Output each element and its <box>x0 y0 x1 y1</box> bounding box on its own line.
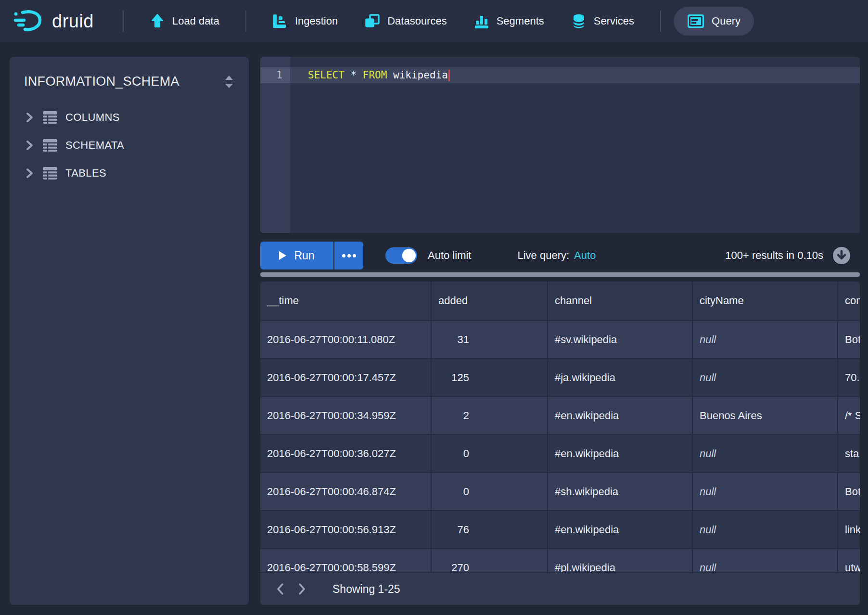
cell-channel[interactable]: #ja.wikipedia <box>548 359 693 396</box>
cell-cityName[interactable]: null <box>693 511 838 548</box>
nav-item-ingestion[interactable]: Ingestion <box>259 7 351 36</box>
nav-item-label: Datasources <box>387 15 447 27</box>
cell-added[interactable]: 31 <box>432 321 548 358</box>
cell-added[interactable]: 76 <box>432 511 548 548</box>
schema-tree: COLUMNS SCHEMATA <box>10 103 249 187</box>
results-header-row: __timeaddedchannelcityNamecomment <box>260 282 860 321</box>
nav-item-segments[interactable]: Segments <box>460 7 558 36</box>
toggle-knob <box>402 249 416 262</box>
run-button-label: Run <box>294 249 314 262</box>
run-more-options-button[interactable] <box>334 242 363 269</box>
column-header-added[interactable]: added <box>432 282 548 320</box>
table-row: 2016-06-27T00:00:17.457Z125#ja.wikipedia… <box>260 359 860 397</box>
cell-comment[interactable]: /* S <box>838 397 860 434</box>
table-icon <box>42 111 58 124</box>
nav-item-label: Ingestion <box>295 15 338 27</box>
cell-__time[interactable]: 2016-06-27T00:00:56.913Z <box>260 511 432 548</box>
tree-item-tables[interactable]: TABLES <box>10 159 249 187</box>
table-row: 2016-06-27T00:00:56.913Z76#en.wikipedian… <box>260 511 860 549</box>
results-table-panel: __timeaddedchannelcityNamecomment 2016-0… <box>260 282 860 605</box>
nav-item-query[interactable]: Query <box>674 7 754 36</box>
cell-comment[interactable]: Bot <box>838 321 860 358</box>
cell-comment[interactable]: sta <box>838 435 860 472</box>
live-query-value[interactable]: Auto <box>574 249 596 262</box>
double-caret-icon <box>223 75 235 89</box>
druid-brand[interactable]: druid <box>13 9 94 33</box>
horizontal-scrollbar[interactable] <box>260 272 860 277</box>
schema-explorer-panel: INFORMATION_SCHEMA COLUMNS <box>10 57 249 605</box>
run-controls-bar: Run Auto limit Live query: Auto 100+ res… <box>260 241 860 270</box>
nav-item-label: Services <box>594 15 634 27</box>
column-header-cityName[interactable]: cityName <box>693 282 838 320</box>
cell-channel[interactable]: #en.wikipedia <box>548 511 693 548</box>
ingestion-chart-icon <box>272 13 288 29</box>
play-icon <box>279 251 286 260</box>
schema-title: INFORMATION_SCHEMA <box>24 74 179 89</box>
cell-channel[interactable]: #sv.wikipedia <box>548 321 693 358</box>
cell-cityName[interactable]: null <box>693 321 838 358</box>
table-row: 2016-06-27T00:00:36.027Z0#en.wikipedianu… <box>260 435 860 473</box>
cell-__time[interactable]: 2016-06-27T00:00:11.080Z <box>260 321 432 358</box>
cell-added[interactable]: 0 <box>432 473 548 510</box>
cell-cityName[interactable]: Buenos Aires <box>693 397 838 434</box>
cell-__time[interactable]: 2016-06-27T00:00:34.959Z <box>260 397 432 434</box>
pagination-bar: Showing 1-25 <box>260 572 860 605</box>
segments-bars-icon <box>474 13 489 29</box>
table-row: 2016-06-27T00:00:34.959Z2#en.wikipediaBu… <box>260 397 860 435</box>
tree-item-schemata[interactable]: SCHEMATA <box>10 131 249 159</box>
results-body: 2016-06-27T00:00:11.080Z31#sv.wikipedian… <box>260 321 860 587</box>
navbar-divider <box>660 11 661 32</box>
cell-channel[interactable]: #en.wikipedia <box>548 397 693 434</box>
table-row: 2016-06-27T00:00:11.080Z31#sv.wikipedian… <box>260 321 860 359</box>
chevron-left-icon <box>275 582 286 596</box>
next-page-button[interactable] <box>291 578 312 600</box>
cell-cityName[interactable]: null <box>693 435 838 472</box>
chevron-right-icon <box>24 112 35 123</box>
table-row: 2016-06-27T00:00:46.874Z0#sh.wikipedianu… <box>260 473 860 511</box>
live-query-label: Live query: <box>517 249 569 262</box>
download-icon[interactable] <box>832 246 851 265</box>
tree-item-label: COLUMNS <box>65 111 120 124</box>
chevron-right-icon <box>24 140 35 151</box>
cell-__time[interactable]: 2016-06-27T00:00:36.027Z <box>260 435 432 472</box>
results-summary: 100+ results in 0.10s <box>725 249 823 262</box>
column-header-__time[interactable]: __time <box>260 282 432 320</box>
previous-page-button[interactable] <box>270 578 291 600</box>
sql-text[interactable]: SELECT * FROM wikipedia <box>308 67 450 83</box>
column-header-channel[interactable]: channel <box>548 282 693 320</box>
cell-comment[interactable]: 70. <box>838 359 860 396</box>
cell-__time[interactable]: 2016-06-27T00:00:46.874Z <box>260 473 432 510</box>
top-navbar: druid Load data Ingestion Datasources <box>0 0 868 42</box>
table-icon <box>42 139 58 152</box>
column-header-comment[interactable]: comment <box>838 282 860 320</box>
more-options-icon <box>347 254 351 257</box>
chevron-right-icon <box>24 167 35 179</box>
sql-editor[interactable]: 1 SELECT * FROM wikipedia <box>260 57 860 233</box>
auto-limit-label: Auto limit <box>428 249 471 262</box>
run-button[interactable]: Run <box>260 242 333 269</box>
nav-item-services[interactable]: Services <box>558 7 648 36</box>
cell-added[interactable]: 125 <box>432 359 548 396</box>
cell-added[interactable]: 0 <box>432 435 548 472</box>
cell-added[interactable]: 2 <box>432 397 548 434</box>
auto-limit-toggle[interactable] <box>385 247 417 264</box>
nav-item-load-data[interactable]: Load data <box>136 7 233 36</box>
text-cursor <box>448 70 450 81</box>
tree-item-label: SCHEMATA <box>65 139 124 152</box>
more-options-icon <box>342 254 345 257</box>
cell-cityName[interactable]: null <box>693 473 838 510</box>
sql-keyword: FROM <box>363 69 387 81</box>
cell-channel[interactable]: #en.wikipedia <box>548 435 693 472</box>
schema-selector[interactable]: INFORMATION_SCHEMA <box>10 57 249 97</box>
cell-comment[interactable]: Bot <box>838 473 860 510</box>
line-number: 1 <box>260 67 290 83</box>
upload-arrow-icon <box>150 13 165 29</box>
cell-cityName[interactable]: null <box>693 359 838 396</box>
showing-range-label: Showing 1-25 <box>332 583 400 596</box>
nav-item-datasources[interactable]: Datasources <box>351 7 460 36</box>
tree-item-label: TABLES <box>65 167 106 179</box>
tree-item-columns[interactable]: COLUMNS <box>10 103 249 131</box>
cell-comment[interactable]: link <box>838 511 860 548</box>
cell-channel[interactable]: #sh.wikipedia <box>548 473 693 510</box>
cell-__time[interactable]: 2016-06-27T00:00:17.457Z <box>260 359 432 396</box>
